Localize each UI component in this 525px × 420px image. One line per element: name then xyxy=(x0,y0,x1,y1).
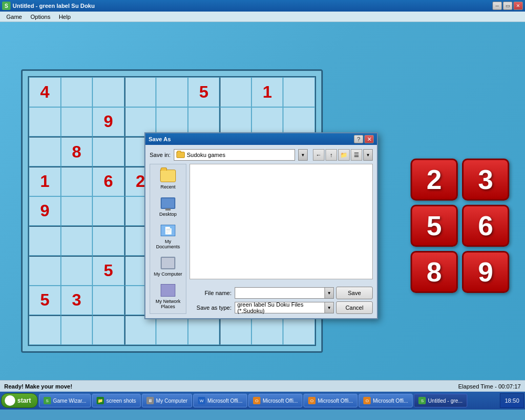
file-name-arrow[interactable]: ▼ xyxy=(324,287,334,299)
sudoku-cell-75[interactable] xyxy=(124,315,156,345)
window-controls: ─ ▭ ✕ xyxy=(492,2,523,10)
sudoku-cell-11[interactable]: 9 xyxy=(92,107,124,137)
toolbar-icons: ← ↑ 📁 ☰ ▼ xyxy=(313,149,373,161)
dialog-close-button[interactable]: ✕ xyxy=(364,135,374,143)
views-icon[interactable]: ☰ xyxy=(351,149,362,161)
sudoku-cell-78[interactable] xyxy=(219,315,251,345)
num-btn-5[interactable]: 5 xyxy=(411,205,458,247)
taskbar-mycomputer[interactable]: 🖥 My Computer xyxy=(142,394,192,407)
save-in-combo[interactable]: Sudoku games xyxy=(174,149,295,161)
menu-options[interactable]: Options xyxy=(26,13,55,21)
menu-help[interactable]: Help xyxy=(55,13,75,21)
save-type-label: Save as type: xyxy=(190,304,232,311)
close-button[interactable]: ✕ xyxy=(513,2,523,10)
file-name-row: File name: ▼ Save xyxy=(190,287,373,299)
sudoku-cell-64[interactable]: 3 xyxy=(61,286,93,316)
views-combo-arrow[interactable]: ▼ xyxy=(363,149,373,161)
file-name-input[interactable] xyxy=(235,287,324,299)
taskbar-office-2[interactable]: O Microsoft Offi... xyxy=(248,394,302,407)
save-button[interactable]: Save xyxy=(336,287,373,299)
sudoku-cell-10[interactable] xyxy=(61,107,93,137)
sudoku-cell-36[interactable]: 9 xyxy=(29,196,61,226)
num-btn-8[interactable]: 8 xyxy=(411,251,458,293)
taskbar-label-game: Game Wizar... xyxy=(53,398,86,404)
minimize-button[interactable]: ─ xyxy=(492,2,502,10)
dialog-help-button[interactable]: ? xyxy=(354,135,363,143)
place-mydocs[interactable]: 📄 My Documents xyxy=(151,221,185,251)
sudoku-cell-20[interactable] xyxy=(92,136,124,166)
sudoku-cell-8[interactable] xyxy=(283,77,315,107)
num-btn-3[interactable]: 3 xyxy=(462,159,509,201)
sudoku-cell-63[interactable]: 5 xyxy=(29,286,61,316)
sudoku-cell-3[interactable] xyxy=(124,77,156,107)
taskbar-screenshots[interactable]: 📁 screen shots xyxy=(92,394,141,407)
maximize-button[interactable]: ▭ xyxy=(503,2,512,10)
taskbar-office-1[interactable]: W Microsoft Offi... xyxy=(193,394,247,407)
sudoku-cell-55[interactable] xyxy=(61,256,93,286)
window-title: Untitled - green label Su Doku xyxy=(13,3,94,9)
save-in-value: Sudoku games xyxy=(187,152,225,158)
num-btn-9[interactable]: 9 xyxy=(462,251,509,293)
save-type-value[interactable]: green label Su Doku Files (*.Sudoku) xyxy=(235,302,324,313)
up-icon[interactable]: ↑ xyxy=(326,149,337,161)
save-in-combo-arrow[interactable]: ▼ xyxy=(298,149,308,161)
sudoku-cell-1[interactable] xyxy=(61,77,93,107)
place-recent[interactable]: Recent xyxy=(151,166,185,192)
sudoku-cell-19[interactable]: 8 xyxy=(61,136,93,166)
taskbar-icon-office4: O xyxy=(363,397,371,404)
network-folder-icon xyxy=(161,284,175,297)
sudoku-cell-45[interactable] xyxy=(29,226,61,256)
sudoku-cell-47[interactable] xyxy=(92,226,124,256)
desktop-icon xyxy=(160,196,176,211)
taskbar-office-3[interactable]: O Microsoft Offi... xyxy=(303,394,358,407)
sudoku-cell-65[interactable] xyxy=(92,286,124,316)
sudoku-cell-18[interactable] xyxy=(29,136,61,166)
taskbar-icon-computer: 🖥 xyxy=(146,397,154,404)
save-in-row: Save in: Sudoku games ▼ ← ↑ 📁 ☰ ▼ xyxy=(150,149,373,161)
save-type-combo: green label Su Doku Files (*.Sudoku) ▼ xyxy=(235,302,334,313)
save-in-folder-icon xyxy=(176,152,185,158)
sudoku-cell-7[interactable]: 1 xyxy=(251,77,284,107)
sudoku-cell-46[interactable] xyxy=(61,226,93,256)
start-button[interactable]: ⊞ start xyxy=(1,393,38,408)
sudoku-cell-56[interactable]: 5 xyxy=(92,256,124,286)
dialog-title-bar: Save As ? ✕ xyxy=(145,133,377,145)
place-computer[interactable]: My Computer xyxy=(151,254,185,279)
sudoku-cell-9[interactable] xyxy=(29,107,61,137)
menu-game[interactable]: Game xyxy=(2,13,26,21)
sudoku-cell-76[interactable] xyxy=(156,315,188,345)
sudoku-cell-74[interactable] xyxy=(92,315,124,345)
sudoku-cell-80[interactable] xyxy=(283,315,315,345)
sudoku-cell-29[interactable]: 6 xyxy=(92,166,124,196)
place-network[interactable]: My Network Places xyxy=(151,281,185,311)
sudoku-cell-2[interactable] xyxy=(92,77,124,107)
save-type-arrow[interactable]: ▼ xyxy=(324,302,334,313)
sudoku-cell-77[interactable] xyxy=(188,315,220,345)
status-message: Ready! Make your move! xyxy=(4,383,72,390)
num-btn-2[interactable]: 2 xyxy=(411,159,458,201)
sudoku-cell-28[interactable] xyxy=(61,166,93,196)
sudoku-cell-6[interactable] xyxy=(219,77,251,107)
cancel-button[interactable]: Cancel xyxy=(336,301,373,314)
network-icon xyxy=(160,283,176,298)
sudoku-cell-79[interactable] xyxy=(251,315,284,345)
sudoku-cell-5[interactable]: 5 xyxy=(188,77,220,107)
dialog-title: Save As xyxy=(149,136,171,142)
taskbar-sudoku-active[interactable]: S Untitled - gre... xyxy=(414,394,467,407)
taskbar-office-4[interactable]: O Microsoft Offi... xyxy=(359,394,413,407)
save-type-row: Save as type: green label Su Doku Files … xyxy=(190,301,373,314)
sudoku-cell-73[interactable] xyxy=(61,315,93,345)
taskbar-game-wizard[interactable]: S Game Wizar... xyxy=(39,394,91,407)
back-icon[interactable]: ← xyxy=(313,149,324,161)
sudoku-cell-54[interactable] xyxy=(29,256,61,286)
sudoku-cell-27[interactable]: 1 xyxy=(29,166,61,196)
sudoku-cell-0[interactable]: 4 xyxy=(29,77,61,107)
num-btn-6[interactable]: 6 xyxy=(462,205,509,247)
sudoku-cell-38[interactable] xyxy=(92,196,124,226)
sudoku-cell-4[interactable] xyxy=(156,77,188,107)
places-bar: Recent Desktop 📄 My Documents xyxy=(150,164,186,314)
sudoku-cell-37[interactable] xyxy=(61,196,93,226)
sudoku-cell-72[interactable] xyxy=(29,315,61,345)
place-desktop[interactable]: Desktop xyxy=(151,194,185,219)
new-folder-icon[interactable]: 📁 xyxy=(338,149,350,161)
